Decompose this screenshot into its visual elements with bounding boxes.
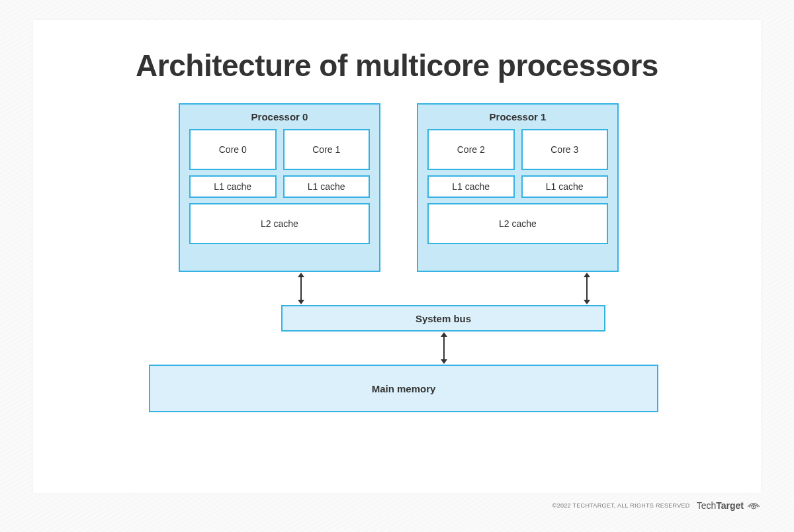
logo-text: TechTarget	[697, 500, 744, 511]
copyright-text: ©2022 TECHTARGET, ALL RIGHTS RESERVED	[552, 502, 690, 509]
processor-0-box: Processor 0 Core 0 Core 1 L1 cache L1 ca…	[179, 103, 380, 272]
core-0-box: Core 0	[189, 129, 277, 170]
l2-cache-box: L2 cache	[189, 203, 370, 244]
eye-icon	[746, 501, 761, 510]
main-memory-box: Main memory	[149, 365, 658, 412]
l2-cache-box: L2 cache	[427, 203, 608, 244]
core-3-box: Core 3	[521, 129, 609, 170]
processor-0-l1-row: L1 cache L1 cache	[189, 175, 370, 198]
processor-1-box: Processor 1 Core 2 Core 3 L1 cache L1 ca…	[417, 103, 619, 272]
arrow-bus-memory	[443, 336, 445, 360]
l1-cache-box: L1 cache	[283, 175, 371, 198]
diagram-card: Architecture of multicore processors Pro…	[33, 20, 761, 493]
footer: ©2022 TECHTARGET, ALL RIGHTS RESERVED Te…	[552, 500, 761, 511]
techtarget-logo: TechTarget	[697, 500, 761, 511]
diagram-title: Architecture of multicore processors	[33, 48, 761, 83]
arrow-processor0-bus	[300, 277, 302, 300]
processor-1-core-row: Core 2 Core 3	[427, 129, 608, 170]
l1-cache-box: L1 cache	[521, 175, 609, 198]
l1-cache-box: L1 cache	[189, 175, 277, 198]
system-bus-box: System bus	[281, 305, 605, 332]
processor-0-label: Processor 0	[189, 111, 370, 122]
diagram-area: Processor 0 Core 0 Core 1 L1 cache L1 ca…	[33, 103, 761, 474]
processor-1-label: Processor 1	[427, 111, 608, 122]
core-1-box: Core 1	[283, 129, 371, 170]
l1-cache-box: L1 cache	[427, 175, 515, 198]
processor-0-core-row: Core 0 Core 1	[189, 129, 370, 170]
arrow-processor1-bus	[586, 277, 588, 300]
core-2-box: Core 2	[427, 129, 515, 170]
processor-1-l1-row: L1 cache L1 cache	[427, 175, 608, 198]
svg-point-1	[753, 506, 754, 508]
